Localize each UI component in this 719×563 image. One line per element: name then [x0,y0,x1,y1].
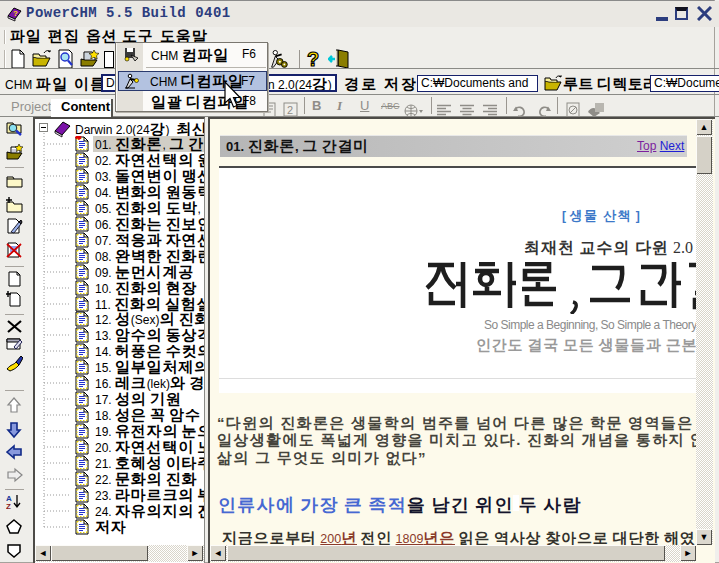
svg-text:?: ? [307,48,319,70]
svg-text:2: 2 [287,104,293,116]
svg-text:Z: Z [6,502,11,511]
svg-text:?: ? [13,9,18,18]
